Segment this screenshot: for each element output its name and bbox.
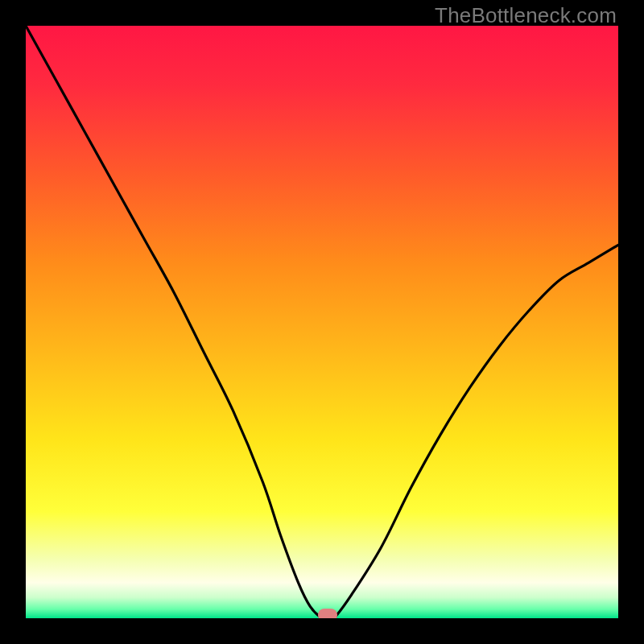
plot-area <box>26 26 618 618</box>
watermark-text: TheBottleneck.com <box>435 3 617 28</box>
bottleneck-curve <box>26 26 618 618</box>
chart-frame: TheBottleneck.com <box>0 0 644 644</box>
minimum-marker <box>318 609 337 618</box>
